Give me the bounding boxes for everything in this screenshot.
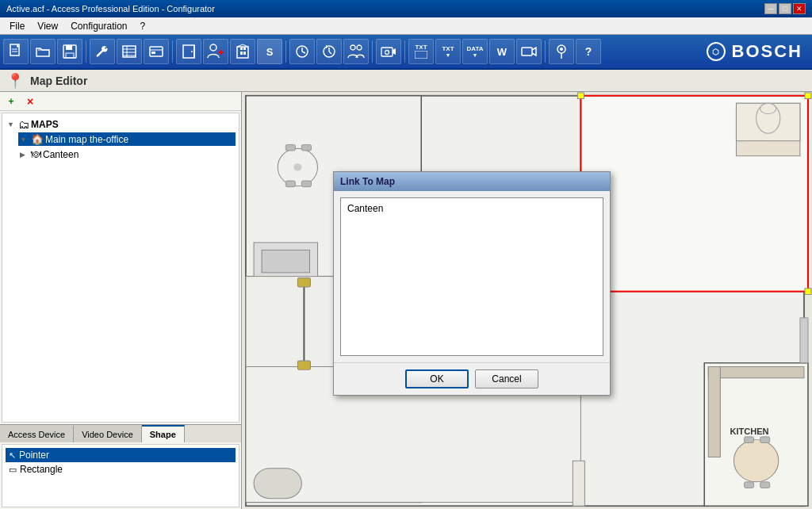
menu-help[interactable]: ? xyxy=(134,19,152,33)
svg-point-15 xyxy=(191,51,193,52)
svg-rect-23 xyxy=(243,48,246,50)
rectangle-icon: ▭ xyxy=(9,465,17,475)
people-button[interactable] xyxy=(343,39,369,64)
tree-root-label: MAPS xyxy=(31,119,59,130)
svg-rect-21 xyxy=(243,52,246,55)
list-button[interactable] xyxy=(117,39,142,64)
svg-rect-34 xyxy=(381,48,393,56)
tree-expand-icon[interactable]: ▼ xyxy=(7,121,17,128)
rectangle-label: Rectangle xyxy=(20,464,63,475)
left-tabs: Access Device Video Device Shape xyxy=(0,424,241,442)
tab-content-area: ↖ Pointer ▭ Rectangle xyxy=(2,444,239,507)
toolbar-sep-1 xyxy=(86,40,86,63)
building-button[interactable] xyxy=(230,39,255,64)
close-button[interactable]: ✕ xyxy=(793,3,806,14)
tree-main-map-label: Main map the-office xyxy=(45,134,128,145)
menu-view[interactable]: View xyxy=(31,19,64,33)
wrench-button[interactable] xyxy=(90,39,115,64)
svg-point-32 xyxy=(350,45,355,50)
tree-node-canteen: ▶ 🍽 Canteen xyxy=(18,147,236,162)
tree-children: ▼ 🏠 Main map the-office ▶ 🍽 Canteen xyxy=(18,132,236,162)
svg-rect-38 xyxy=(522,48,532,55)
tab-shape[interactable]: Shape xyxy=(142,425,185,442)
shape-pointer-item[interactable]: ↖ Pointer xyxy=(6,448,236,462)
door-button[interactable] xyxy=(176,39,201,64)
dialog-footer: OK Cancel xyxy=(334,362,610,395)
camera-button[interactable] xyxy=(376,39,401,64)
link-to-map-dialog: Link To Map Canteen OK Cancel xyxy=(333,171,611,396)
dialog-cancel-button[interactable]: Cancel xyxy=(475,369,538,388)
tab-video-device[interactable]: Video Device xyxy=(74,425,142,442)
maximize-button[interactable]: □ xyxy=(779,3,791,14)
title-text: Active.acf - Access Professional Edition… xyxy=(6,4,215,13)
svg-line-28 xyxy=(302,52,305,53)
pointer-label: Pointer xyxy=(19,450,49,461)
maps-icon: 🗂 xyxy=(18,118,29,131)
tree-main-map-row[interactable]: ▼ 🏠 Main map the-office xyxy=(18,132,236,146)
menu-bar: File View Configuration ? xyxy=(0,17,812,35)
svg-rect-5 xyxy=(66,53,74,58)
pointer-icon: ↖ xyxy=(9,450,16,461)
house-icon: 🏠 xyxy=(31,133,44,145)
person-add-button[interactable] xyxy=(203,39,228,64)
bosch-circle-icon: ⬡ xyxy=(707,42,726,61)
svg-point-16 xyxy=(210,44,216,51)
tree-view[interactable]: ▼ 🗂 MAPS ▼ 🏠 Main map the-office xyxy=(2,113,239,423)
svg-rect-13 xyxy=(151,52,155,54)
svg-point-36 xyxy=(385,51,389,55)
toolbar: S TXT TXT ▼ DATA ▼ W ? ⬡ BOSCH xyxy=(0,35,812,70)
svg-rect-22 xyxy=(240,48,243,50)
time2-button[interactable] xyxy=(316,39,342,64)
face-button[interactable]: S xyxy=(257,39,282,64)
doc-button[interactable]: TXT xyxy=(408,39,434,64)
svg-rect-37 xyxy=(415,51,427,59)
help-button[interactable]: ? xyxy=(576,39,601,64)
new-button[interactable] xyxy=(3,39,29,64)
toolbar-sep-2 xyxy=(172,40,173,63)
dialog-listbox[interactable]: Canteen xyxy=(340,197,603,356)
export2-button[interactable]: DATA ▼ xyxy=(462,39,488,64)
dialog-ok-button[interactable]: OK xyxy=(405,369,469,388)
bosch-name: BOSCH xyxy=(732,41,802,62)
content-area: + × ▼ 🗂 MAPS ▼ 🏠 xyxy=(0,92,812,509)
shape-rectangle-item[interactable]: ▭ Rectangle xyxy=(6,462,236,476)
video-button[interactable] xyxy=(516,39,542,64)
map-editor-header: 📍 Map Editor xyxy=(0,70,812,92)
delete-tree-node-button[interactable]: × xyxy=(22,94,38,109)
save-button[interactable] xyxy=(57,39,82,64)
map-editor-title: Map Editor xyxy=(30,75,87,87)
tree-expand-main-icon[interactable]: ▼ xyxy=(20,136,29,144)
map-pin-icon: 📍 xyxy=(6,72,24,90)
time1-button[interactable] xyxy=(289,39,315,64)
dialog-overlay: Link To Map Canteen OK Cancel xyxy=(242,92,812,509)
toolbar-sep-5 xyxy=(404,40,405,63)
card-button[interactable] xyxy=(144,39,169,64)
export1-button[interactable]: TXT ▼ xyxy=(435,39,461,64)
tab-access-device[interactable]: Access Device xyxy=(0,425,74,442)
menu-configuration[interactable]: Configuration xyxy=(64,19,133,33)
menu-file[interactable]: File xyxy=(3,19,31,33)
tree-expand-canteen-icon[interactable]: ▶ xyxy=(20,151,29,159)
tree-root-row[interactable]: ▼ 🗂 MAPS xyxy=(6,117,236,132)
bosch-logo: ⬡ BOSCH xyxy=(707,41,809,62)
tree-node-maps: ▼ 🗂 MAPS ▼ 🏠 Main map the-office xyxy=(6,117,236,163)
canteen-icon: 🍽 xyxy=(31,148,41,160)
svg-line-31 xyxy=(329,52,331,54)
tree-node-main-map: ▼ 🏠 Main map the-office xyxy=(18,132,236,147)
toolbar-sep-3 xyxy=(285,40,286,63)
word-button[interactable]: W xyxy=(489,39,515,64)
add-tree-node-button[interactable]: + xyxy=(3,94,19,109)
tree-canteen-row[interactable]: ▶ 🍽 Canteen xyxy=(18,147,236,161)
dialog-titlebar: Link To Map xyxy=(334,172,610,191)
svg-point-33 xyxy=(357,45,362,50)
open-button[interactable] xyxy=(30,39,56,64)
toolbar-sep-6 xyxy=(545,40,546,63)
title-bar: Active.acf - Access Professional Edition… xyxy=(0,0,812,17)
minimize-button[interactable]: ─ xyxy=(764,3,777,14)
toolbar-sep-4 xyxy=(372,40,373,63)
dialog-list-item[interactable]: Canteen xyxy=(344,201,599,216)
svg-point-40 xyxy=(560,48,563,51)
map-area: MICHAEL CONFERENCE ROOM xyxy=(242,92,812,509)
tree-toolbar: + × xyxy=(0,92,241,111)
map-pin-button[interactable] xyxy=(549,39,574,64)
